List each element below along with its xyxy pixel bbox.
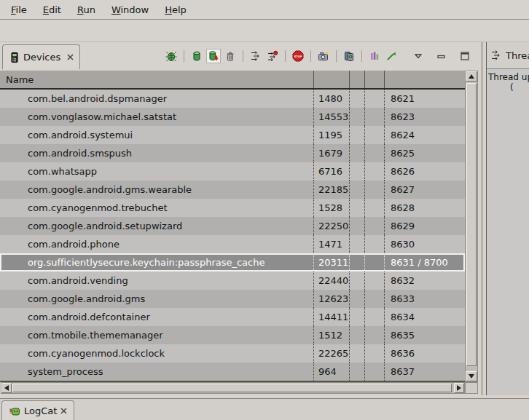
table-row[interactable]: com.vonglasow.michael.satstat145538623: [0, 108, 465, 126]
update-heap-icon[interactable]: [189, 49, 204, 63]
cell-pid: 6716: [313, 162, 349, 181]
vertical-scrollbar[interactable]: [465, 71, 478, 382]
toolbar-separator: [336, 50, 337, 62]
hierarchy-view-icon[interactable]: [342, 49, 356, 63]
threads-icon: [490, 49, 502, 61]
cell-pid: 22250: [313, 217, 349, 235]
column-header-port[interactable]: [384, 71, 465, 88]
opengl-trace-icon[interactable]: [384, 49, 399, 63]
screen-capture-icon[interactable]: [316, 49, 331, 63]
threads-panel: Threads Thread up (: [487, 42, 529, 395]
dump-hprof-icon[interactable]: [206, 49, 221, 63]
stop-process-icon[interactable]: STOP: [291, 49, 305, 63]
column-header-4[interactable]: [364, 71, 384, 88]
method-profiling-icon[interactable]: [265, 49, 280, 63]
cell-port: 8627: [384, 181, 465, 199]
panel-sash[interactable]: [482, 42, 487, 395]
cell-port: 8637: [384, 362, 465, 381]
toolbar-separator: [184, 50, 184, 62]
column-header-name[interactable]: Name: [0, 71, 313, 88]
horizontal-scrollbar[interactable]: [1, 382, 465, 394]
table-row[interactable]: com.bel.android.dspmanager14808621: [0, 90, 465, 108]
table-row[interactable]: com.cyanogenmod.trebuchet15288628: [0, 199, 465, 217]
view-menu-icon[interactable]: [411, 49, 426, 63]
table-row[interactable]: com.android.defcontainer144118634: [0, 308, 465, 326]
menu-bar: FileEditRunWindowHelp: [0, 0, 529, 20]
main-area: Devices: [0, 42, 529, 395]
process-table: Name com.bel.android.dspmanager14808621c…: [0, 71, 482, 395]
cell-pid: 14411: [313, 308, 349, 326]
scroll-down-button[interactable]: [466, 371, 477, 381]
cell-pid: 20311: [313, 253, 349, 272]
cell-pid: 1679: [313, 144, 349, 162]
table-row[interactable]: com.android.phone14718630: [0, 235, 465, 253]
table-row[interactable]: com.android.systemui11958624: [0, 126, 465, 144]
table-row[interactable]: com.android.vending224408632: [0, 272, 465, 290]
devices-tabbar: Devices: [0, 42, 482, 69]
close-icon[interactable]: [67, 54, 74, 60]
cell-pid: 22185: [313, 181, 349, 199]
cell-name: system_process: [0, 362, 313, 381]
table-row[interactable]: com.google.android.gms126238633: [0, 290, 465, 308]
cell-empty: [349, 108, 364, 126]
cell-port: 8628: [384, 199, 465, 217]
tab-devices[interactable]: Devices: [2, 44, 80, 69]
cell-empty: [364, 217, 384, 235]
cell-empty: [364, 308, 384, 326]
debug-icon[interactable]: [164, 49, 179, 63]
cell-empty: [364, 199, 384, 217]
menu-file[interactable]: File: [3, 2, 35, 17]
cell-empty: [364, 108, 384, 126]
menu-run[interactable]: Run: [69, 2, 103, 17]
threads-message: Thread up (: [487, 69, 529, 92]
device-phone-icon: [9, 52, 20, 63]
table-row[interactable]: com.tmobile.thememanager15128635: [0, 326, 465, 344]
maximize-icon[interactable]: [458, 49, 472, 63]
systrace-icon[interactable]: [367, 49, 382, 63]
table-row[interactable]: com.cyanogenmod.lockclock222658636: [0, 344, 465, 362]
column-header-pid[interactable]: [313, 71, 349, 88]
cell-empty: [349, 308, 364, 326]
cell-port: 8623: [384, 108, 465, 126]
menu-window[interactable]: Window: [103, 2, 157, 17]
minimize-icon[interactable]: [434, 49, 449, 63]
cell-pid: 12623: [313, 290, 349, 308]
close-icon[interactable]: [60, 408, 67, 414]
tab-logcat[interactable]: LogCat: [1, 400, 74, 420]
table-body: com.bel.android.dspmanager14808621com.vo…: [0, 90, 465, 381]
cell-port: 8635: [384, 326, 465, 344]
cell-port: 8621: [384, 90, 465, 108]
scroll-up-button[interactable]: [466, 71, 477, 82]
table-row[interactable]: system_process9648637: [0, 362, 465, 381]
menu-edit[interactable]: Edit: [35, 2, 69, 17]
column-header-3[interactable]: [349, 71, 364, 88]
cell-empty: [364, 344, 384, 362]
svg-text:STOP: STOP: [294, 55, 302, 58]
scroll-left-button[interactable]: [1, 383, 12, 393]
scroll-right-button[interactable]: [454, 383, 464, 393]
horizontal-scroll-thumb[interactable]: [12, 384, 452, 392]
menu-help[interactable]: Help: [157, 2, 195, 17]
cell-name: com.tmobile.thememanager: [0, 326, 313, 344]
threads-message-line2: (: [510, 82, 529, 92]
table-row-selected[interactable]: org.sufficientlysecure.keychain:passphra…: [0, 253, 465, 272]
cell-empty: [349, 362, 364, 381]
table-row[interactable]: com.android.smspush16798625: [0, 144, 465, 162]
tab-threads-label: Threads: [506, 50, 529, 61]
table-row[interactable]: com.whatsapp67168626: [0, 162, 465, 181]
cell-empty: [349, 144, 364, 162]
cell-empty: [364, 162, 384, 181]
cell-port: 8633: [384, 290, 465, 308]
main-toolbar-strip: [0, 20, 529, 42]
cell-name: com.android.defcontainer: [0, 308, 313, 326]
cause-gc-icon[interactable]: [223, 49, 238, 63]
table-header: Name: [0, 71, 465, 90]
table-row[interactable]: com.google.android.setupwizard222508629: [0, 217, 465, 235]
cell-port: 8625: [384, 144, 465, 162]
update-threads-icon[interactable]: [248, 49, 263, 63]
cell-empty: [364, 90, 384, 108]
vertical-scroll-thumb[interactable]: [466, 83, 477, 366]
toolbar-separator: [285, 50, 286, 62]
table-row[interactable]: com.google.android.gms.wearable221858627: [0, 181, 465, 199]
tab-threads[interactable]: Threads: [490, 49, 529, 61]
